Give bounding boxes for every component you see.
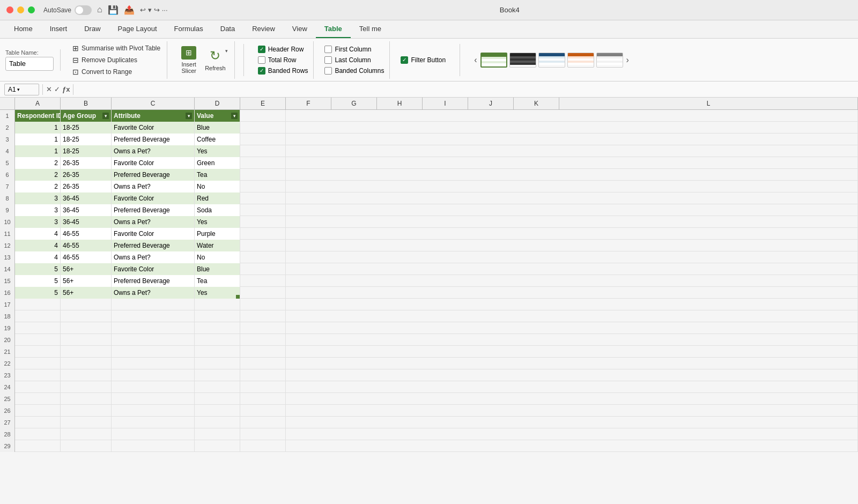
cell-b15[interactable]: 56+	[61, 275, 112, 287]
cell-b6[interactable]: 26-35	[61, 169, 112, 181]
table-name-input[interactable]	[5, 57, 54, 71]
cancel-formula-icon[interactable]: ✕	[46, 85, 52, 93]
header-row-checkbox[interactable]: ✓	[258, 46, 265, 53]
tab-page-layout[interactable]: Page Layout	[109, 20, 166, 38]
sheet-scroll-area[interactable]: 1 Respondent ID ▾ Age Group ▾ Attribute …	[0, 110, 858, 504]
filter-btn-d[interactable]: ▾	[231, 113, 238, 119]
refresh-dropdown[interactable]: ▾	[225, 48, 228, 54]
cell-e5[interactable]	[240, 157, 286, 169]
save-icon[interactable]: 💾	[108, 5, 119, 15]
tab-view[interactable]: View	[284, 20, 316, 38]
cell-a11[interactable]: 4	[15, 228, 61, 240]
cell-rest-1[interactable]	[286, 110, 858, 122]
cell-b10[interactable]: 36-45	[61, 216, 112, 228]
cell-reference-box[interactable]: A1 ▾	[4, 84, 39, 95]
cell-e2[interactable]	[240, 122, 286, 134]
style-thumb-dark[interactable]	[509, 53, 536, 68]
cell-e12[interactable]	[240, 240, 286, 251]
first-column-checkbox[interactable]	[324, 46, 332, 53]
remove-duplicates-button[interactable]: ⊟ Remove Duplicates	[70, 55, 162, 65]
cell-d9[interactable]: Soda	[195, 204, 240, 216]
cell-c3[interactable]: Preferred Beverage	[112, 134, 195, 145]
cell-e3[interactable]	[240, 134, 286, 145]
cell-b12[interactable]: 46-55	[61, 240, 112, 251]
cell-d2[interactable]: Blue	[195, 122, 240, 134]
cell-e8[interactable]	[240, 192, 286, 204]
cell-c9[interactable]: Preferred Beverage	[112, 204, 195, 216]
cell-c4[interactable]: Owns a Pet?	[112, 145, 195, 157]
maximize-button[interactable]	[28, 6, 35, 13]
col-header-f[interactable]: F	[286, 98, 331, 109]
convert-to-range-button[interactable]: ⊡ Convert to Range	[70, 66, 162, 77]
cell-e7[interactable]	[240, 181, 286, 192]
col-header-rest[interactable]: L	[559, 98, 858, 109]
col-header-c[interactable]: C	[112, 98, 195, 109]
home-icon[interactable]: ⌂	[97, 5, 102, 15]
filter-btn-b[interactable]: ▾	[102, 113, 109, 119]
cell-a10[interactable]: 3	[15, 216, 61, 228]
tab-insert[interactable]: Insert	[41, 20, 76, 38]
table-resize-handle[interactable]	[236, 295, 240, 299]
tab-home[interactable]: Home	[5, 20, 41, 38]
styles-prev-arrow[interactable]: ‹	[473, 54, 478, 66]
cell-d3[interactable]: Coffee	[195, 134, 240, 145]
close-button[interactable]	[6, 6, 13, 13]
cell-a14[interactable]: 5	[15, 263, 61, 275]
confirm-formula-icon[interactable]: ✓	[54, 85, 60, 93]
cell-c5[interactable]: Favorite Color	[112, 157, 195, 169]
insert-function-icon[interactable]: ƒx	[62, 85, 70, 93]
col-header-b[interactable]: B	[61, 98, 112, 109]
cell-d6[interactable]: Tea	[195, 169, 240, 181]
undo-button[interactable]: ↩	[140, 6, 146, 14]
cell-e9[interactable]	[240, 204, 286, 216]
cell-d10[interactable]: Yes	[195, 216, 240, 228]
cell-b14[interactable]: 56+	[61, 263, 112, 275]
col-header-k[interactable]: K	[514, 98, 559, 109]
cell-c15[interactable]: Preferred Beverage	[112, 275, 195, 287]
col-header-d[interactable]: D	[195, 98, 240, 109]
minimize-button[interactable]	[17, 6, 24, 13]
tab-tell-me[interactable]: Tell me	[351, 20, 390, 38]
cell-b3[interactable]: 18-25	[61, 134, 112, 145]
cell-b16[interactable]: 56+	[61, 287, 112, 299]
cell-d15[interactable]: Tea	[195, 275, 240, 287]
cell-b2[interactable]: 18-25	[61, 122, 112, 134]
tab-draw[interactable]: Draw	[76, 20, 109, 38]
col-header-j[interactable]: J	[468, 98, 514, 109]
summarise-pivot-button[interactable]: ⊞ Summarise with Pivot Table	[70, 43, 162, 54]
filter-button-checkbox[interactable]: ✓	[401, 56, 408, 64]
undo-dropdown[interactable]: ▾	[148, 6, 152, 14]
filter-btn-c[interactable]: ▾	[186, 113, 192, 119]
cell-c6[interactable]: Preferred Beverage	[112, 169, 195, 181]
cell-e11[interactable]	[240, 228, 286, 240]
cell-d5[interactable]: Green	[195, 157, 240, 169]
style-thumb-blue[interactable]	[538, 53, 565, 68]
cell-b4[interactable]: 18-25	[61, 145, 112, 157]
cell-d11[interactable]: Purple	[195, 228, 240, 240]
formula-input[interactable]	[77, 84, 854, 95]
share-icon[interactable]: 📤	[124, 5, 135, 15]
styles-next-arrow[interactable]: ›	[625, 54, 630, 66]
col-header-h[interactable]: H	[377, 98, 423, 109]
cell-e16[interactable]	[240, 287, 286, 299]
cell-e14[interactable]	[240, 263, 286, 275]
cell-a13[interactable]: 4	[15, 251, 61, 263]
header-cell-c1[interactable]: Attribute ▾	[112, 110, 195, 122]
cell-b13[interactable]: 46-55	[61, 251, 112, 263]
cell-e4[interactable]	[240, 145, 286, 157]
cell-a3[interactable]: 1	[15, 134, 61, 145]
cell-a5[interactable]: 2	[15, 157, 61, 169]
cell-b11[interactable]: 46-55	[61, 228, 112, 240]
col-header-i[interactable]: I	[423, 98, 468, 109]
cell-b8[interactable]: 36-45	[61, 192, 112, 204]
banded-rows-checkbox[interactable]: ✓	[258, 67, 265, 75]
insert-slicer-button[interactable]: ⊞ InsertSlicer	[177, 44, 201, 76]
cell-a16[interactable]: 5	[15, 287, 61, 299]
cell-d7[interactable]: No	[195, 181, 240, 192]
cell-e6[interactable]	[240, 169, 286, 181]
col-header-e[interactable]: E	[240, 98, 286, 109]
cell-b9[interactable]: 36-45	[61, 204, 112, 216]
cell-d13[interactable]: No	[195, 251, 240, 263]
last-column-checkbox[interactable]	[324, 56, 332, 64]
banded-columns-option[interactable]: Banded Columns	[324, 67, 384, 75]
